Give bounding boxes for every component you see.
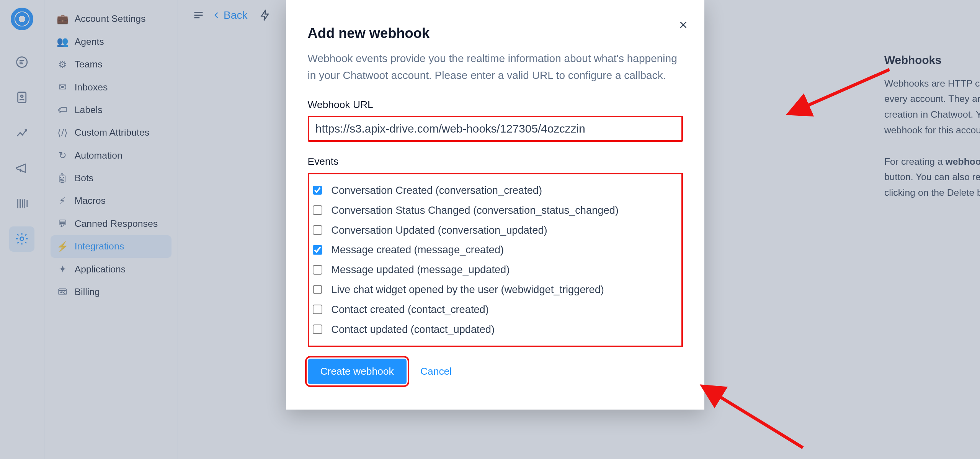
svg-line-8 xyxy=(705,387,803,448)
event-label: Contact updated (contact_updated) xyxy=(331,323,495,336)
add-webhook-modal: Add new webhook Webhook events provide y… xyxy=(286,0,704,410)
event-row: Message created (message_created) xyxy=(310,240,680,260)
annotation-arrow-2 xyxy=(696,378,809,454)
event-label: Live chat widget opened by the user (web… xyxy=(331,284,604,296)
event-label: Conversation Updated (conversation_updat… xyxy=(331,224,547,236)
cancel-button[interactable]: Cancel xyxy=(420,366,452,377)
event-row: Conversation Created (conversation_creat… xyxy=(310,180,680,200)
events-label: Events xyxy=(308,156,683,167)
event-label: Message created (message_created) xyxy=(331,244,504,256)
event-checkbox[interactable] xyxy=(313,225,322,235)
event-row: Contact updated (contact_updated) xyxy=(310,320,680,339)
event-row: Live chat widget opened by the user (web… xyxy=(310,280,680,300)
close-icon[interactable] xyxy=(678,19,689,31)
event-row: Contact created (contact_created) xyxy=(310,300,680,320)
event-row: Conversation Status Changed (conversatio… xyxy=(310,200,680,220)
event-checkbox[interactable] xyxy=(313,205,322,215)
create-webhook-button[interactable]: Create webhook xyxy=(308,359,407,384)
event-row: Message updated (message_updated) xyxy=(310,260,680,280)
event-checkbox[interactable] xyxy=(313,325,322,334)
event-row: Conversation Updated (conversation_updat… xyxy=(310,220,680,240)
event-label: Conversation Status Changed (conversatio… xyxy=(331,204,619,216)
svg-line-7 xyxy=(791,70,889,113)
event-checkbox[interactable] xyxy=(313,305,322,314)
webhook-url-input[interactable]: https://s3.apix-drive.com/web-hooks/1273… xyxy=(308,116,683,142)
annotation-arrow-1 xyxy=(782,63,896,120)
event-label: Conversation Created (conversation_creat… xyxy=(331,184,542,197)
event-checkbox[interactable] xyxy=(313,265,322,275)
webhook-url-label: Webhook URL xyxy=(308,99,683,111)
modal-title: Add new webhook xyxy=(308,25,683,41)
event-checkbox[interactable] xyxy=(313,285,322,295)
modal-description: Webhook events provide you the realtime … xyxy=(308,50,683,84)
event-label: Contact created (contact_created) xyxy=(331,303,489,316)
events-group: Conversation Created (conversation_creat… xyxy=(308,173,683,347)
event-checkbox[interactable] xyxy=(313,186,322,195)
event-label: Message updated (message_updated) xyxy=(331,264,510,276)
event-checkbox[interactable] xyxy=(313,245,322,255)
